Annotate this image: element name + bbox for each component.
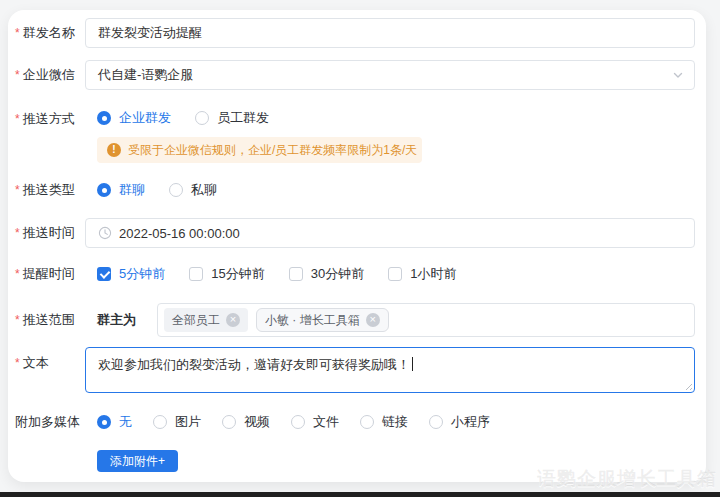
name-input[interactable] [85,18,695,48]
text-value: 欢迎参加我们的裂变活动，邀请好友即可获得奖励哦！ [98,357,410,372]
form-row-push-type: 推送类型 群聊 私聊 [15,180,695,200]
radio-icon [360,415,374,429]
radio-option-group-chat[interactable]: 群聊 [97,181,145,199]
radio-label: 小程序 [451,413,490,431]
media-options: 无 图片 视频 文件 链 [97,412,695,432]
form-row-push-time: 推送时间 2022-05-16 00:00:00 [15,218,695,248]
name-label-text: 群发名称 [15,24,75,42]
radio-label: 视频 [244,413,270,431]
radio-option-file[interactable]: 文件 [291,413,339,431]
name-label: 群发名称 [15,24,85,42]
checkbox-option-15min[interactable]: 15分钟前 [189,265,264,283]
checkbox-option-5min[interactable]: 5分钟前 [97,265,165,283]
form-row-wechat: 企业微信 代自建-语鹦企服 [15,60,695,90]
radio-icon [97,415,111,429]
radio-icon [195,111,209,125]
radio-label: 企业群发 [119,109,171,127]
checkbox-icon [289,267,303,281]
group-owner-tag-input[interactable]: 全部员工 小敏 · 增长工具箱 [157,303,695,337]
radio-label: 群聊 [119,181,145,199]
push-method-label-text: 推送方式 [15,110,75,128]
add-attachment-button[interactable]: 添加附件+ [97,450,178,472]
form-row-attachment: 添加附件+ [15,450,695,472]
radio-option-private-chat[interactable]: 私聊 [169,181,217,199]
checkbox-icon [388,267,402,281]
form-row-text: 文本 欢迎参加我们的裂变活动，邀请好友即可获得奖励哦！ [15,347,695,393]
radio-icon [97,111,111,125]
clock-icon [98,226,112,240]
media-label: 附加多媒体 [15,413,85,431]
checkbox-label: 5分钟前 [119,265,165,283]
radio-option-link[interactable]: 链接 [360,413,408,431]
radio-label: 无 [119,413,132,431]
wechat-label-text: 企业微信 [15,66,75,84]
checkbox-label: 30分钟前 [311,265,364,283]
tag-xiaomin-toolbox: 小敏 · 增长工具箱 [256,308,389,332]
text-textarea[interactable]: 欢迎参加我们的裂变活动，邀请好友即可获得奖励哦！ [85,347,695,393]
radio-label: 员工群发 [217,109,269,127]
push-time-label: 推送时间 [15,224,85,242]
push-method-label: 推送方式 [15,108,85,128]
checkbox-option-30min[interactable]: 30分钟前 [289,265,364,283]
radio-option-image[interactable]: 图片 [153,413,201,431]
wechat-label: 企业微信 [15,66,85,84]
form-card: 群发名称 企业微信 代自建-语鹦企服 推送方式 [8,10,706,482]
tag-label: 全部员工 [172,312,220,329]
push-time-input[interactable]: 2022-05-16 00:00:00 [85,218,695,248]
form-row-push-method: 推送方式 企业群发 员工群发 受限于企业微信规则，企业/员工群发频率限制为1条/… [15,108,695,163]
radio-option-enterprise-send[interactable]: 企业群发 [97,109,171,127]
radio-icon [153,415,167,429]
checkbox-label: 1小时前 [410,265,456,283]
close-icon[interactable] [226,313,240,327]
push-time-label-text: 推送时间 [15,224,75,242]
remind-time-label-text: 提醒时间 [15,265,75,283]
radio-option-staff-send[interactable]: 员工群发 [195,109,269,127]
radio-label: 私聊 [191,181,217,199]
radio-label: 链接 [382,413,408,431]
tag-all-staff: 全部员工 [164,308,248,332]
form-row-name: 群发名称 [15,18,695,48]
radio-icon [291,415,305,429]
checkbox-label: 15分钟前 [211,265,264,283]
push-type-label: 推送类型 [15,181,85,199]
checkbox-icon [97,267,111,281]
push-type-label-text: 推送类型 [15,181,75,199]
push-type-options: 群聊 私聊 [97,180,695,200]
push-scope-label-text: 推送范围 [15,311,75,329]
push-time-value: 2022-05-16 00:00:00 [119,226,240,241]
media-label-text: 附加多媒体 [15,413,80,431]
push-method-options: 企业群发 员工群发 [97,108,695,128]
radio-label: 图片 [175,413,201,431]
checkbox-option-1hour[interactable]: 1小时前 [388,265,456,283]
radio-option-video[interactable]: 视频 [222,413,270,431]
text-label-text: 文本 [15,354,49,372]
warning-text: 受限于企业微信规则，企业/员工群发频率限制为1条/天 [128,142,417,159]
tag-label: 小敏 · 增长工具箱 [265,312,360,329]
remind-time-label: 提醒时间 [15,265,85,283]
checkbox-icon [189,267,203,281]
form-row-push-scope: 推送范围 群主为 全部员工 小敏 · 增长工具箱 [15,303,695,337]
form-row-media: 附加多媒体 无 图片 视频 [15,413,695,431]
text-label: 文本 [15,347,85,372]
resize-handle-icon[interactable] [683,381,692,390]
text-cursor [412,357,413,371]
radio-option-miniprogram[interactable]: 小程序 [429,413,490,431]
wechat-select-value: 代自建-语鹦企服 [98,66,193,84]
push-scope-label: 推送范围 [15,311,85,329]
radio-icon [429,415,443,429]
form-row-remind-time: 提醒时间 5分钟前 15分钟前 30分钟前 [15,265,695,283]
frequency-warning-banner: 受限于企业微信规则，企业/员工群发频率限制为1条/天 [97,137,422,163]
wechat-select[interactable]: 代自建-语鹦企服 [85,60,695,90]
radio-option-none[interactable]: 无 [97,413,132,431]
radio-icon [169,183,183,197]
remind-time-options: 5分钟前 15分钟前 30分钟前 1小时前 [97,264,695,284]
group-owner-sublabel: 群主为 [97,311,136,329]
radio-icon [222,415,236,429]
close-icon[interactable] [366,313,380,327]
radio-label: 文件 [313,413,339,431]
chevron-down-icon [672,69,684,81]
page: 群发名称 企业微信 代自建-语鹦企服 推送方式 [0,0,720,500]
warning-icon [107,143,121,157]
radio-icon [97,183,111,197]
